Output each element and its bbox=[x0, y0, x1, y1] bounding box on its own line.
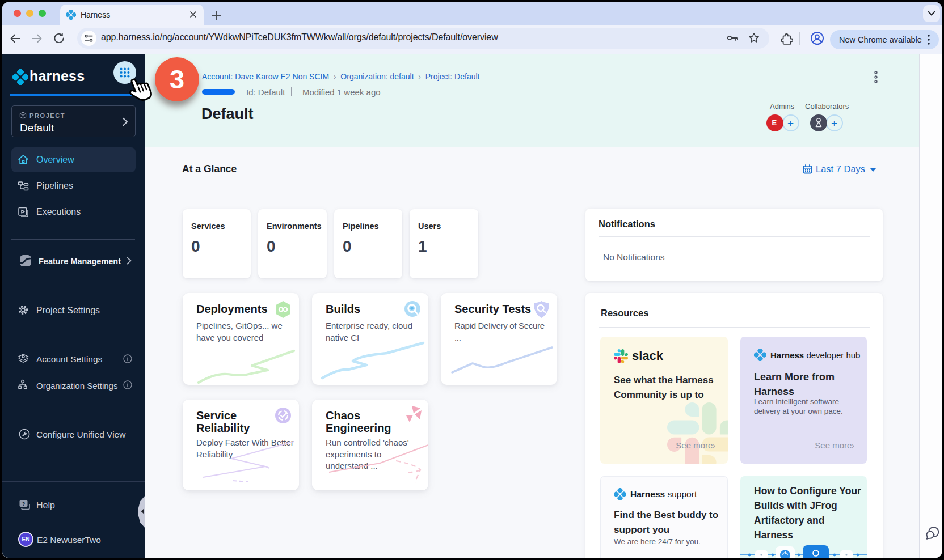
svg-text:?: ? bbox=[22, 501, 26, 507]
